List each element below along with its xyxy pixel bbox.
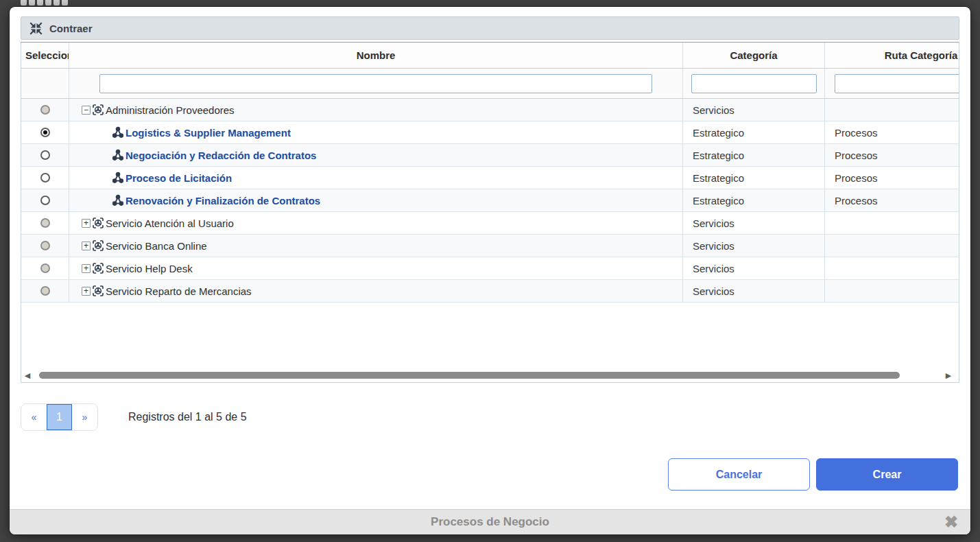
table-row: Negociación y Redacción de Contratos Est…: [21, 144, 959, 167]
radio-button[interactable]: [40, 128, 50, 137]
background-clipped-text: [21, 0, 68, 5]
procesos-negocio-modal: Contraer Seleccion Nombre Categoría Ruta…: [10, 7, 970, 534]
collapse-all-label: Contraer: [49, 23, 93, 34]
scroll-left-icon[interactable]: ◀: [21, 368, 34, 382]
node-label: Servicio Atención al Usuario: [106, 217, 234, 229]
table-row: + Servicio Reparto de Mercancias Servici…: [21, 280, 959, 303]
node-link[interactable]: Proceso de Licitación: [126, 172, 232, 184]
column-header-categoria: Categoría: [683, 43, 825, 68]
expand-node-icon[interactable]: +: [82, 287, 91, 296]
node-label: Administración Proveedores: [106, 104, 235, 116]
radio-button[interactable]: [40, 173, 50, 182]
table-row: + Servicio Banca Online Servicios: [21, 235, 959, 257]
categoria-value: Estrategico: [683, 144, 825, 166]
table-row: Renovación y Finalización de Contratos E…: [21, 189, 959, 212]
table-row: − Administración Proveedores Servicios: [21, 99, 959, 121]
ruta-categoria-value: Procesos: [825, 144, 959, 166]
modal-body: Contraer Seleccion Nombre Categoría Ruta…: [10, 7, 970, 509]
hierarchy-icon: [112, 149, 124, 161]
categoria-value: Servicios: [683, 99, 825, 121]
node-link[interactable]: Negociación y Redacción de Contratos: [126, 150, 316, 161]
ruta-categoria-value: [825, 235, 959, 257]
records-summary: Registros del 1 al 5 de 5: [128, 411, 247, 423]
expand-node-icon[interactable]: +: [82, 241, 91, 250]
next-page-button[interactable]: »: [72, 404, 97, 430]
categoria-value: Estrategico: [683, 121, 825, 143]
ruta-categoria-value: [825, 212, 959, 234]
radio-button[interactable]: [40, 263, 50, 273]
table-row: + Servicio Atención al Usuario Servicios: [21, 212, 959, 235]
radio-button[interactable]: [40, 105, 50, 115]
previous-page-button[interactable]: «: [21, 404, 47, 430]
ruta-categoria-value: Procesos: [825, 189, 959, 211]
table-row: Logistics & Supplier Management Estrateg…: [21, 121, 959, 144]
node-label: Servicio Help Desk: [106, 263, 193, 274]
table-header-row: Seleccion Nombre Categoría Ruta Categorí…: [21, 43, 959, 69]
process-icon: [92, 285, 104, 297]
table-row: + Servicio Help Desk Servicios: [21, 257, 959, 280]
expand-node-icon[interactable]: +: [82, 264, 91, 273]
node-link[interactable]: Renovación y Finalización de Contratos: [126, 195, 320, 207]
collapse-node-icon[interactable]: −: [82, 106, 91, 115]
ruta-categoria-value: [825, 99, 959, 121]
close-icon[interactable]: ✖: [944, 512, 958, 532]
categoria-value: Servicios: [683, 257, 825, 279]
process-icon: [92, 262, 104, 274]
nombre-filter-input[interactable]: [99, 74, 652, 93]
radio-button[interactable]: [40, 196, 50, 205]
node-label: Servicio Reparto de Mercancias: [106, 285, 252, 297]
hierarchy-icon: [112, 172, 124, 184]
scrollbar-thumb[interactable]: [39, 372, 900, 379]
table-row: Proceso de Licitación Estrategico Proces…: [21, 167, 959, 189]
ruta-categoria-value: Procesos: [825, 167, 959, 189]
expand-node-icon[interactable]: +: [82, 219, 91, 228]
radio-button[interactable]: [40, 241, 50, 250]
column-header-ruta-categoria: Ruta Categoría: [825, 43, 959, 68]
ruta-categoria-value: Procesos: [825, 121, 959, 143]
table-empty-area: [21, 303, 959, 366]
pagination-row: « 1 » Registros del 1 al 5 de 5: [21, 403, 959, 431]
compress-icon: [29, 22, 43, 35]
radio-button[interactable]: [40, 286, 50, 296]
create-button[interactable]: Crear: [816, 458, 958, 491]
categoria-filter-input[interactable]: [691, 74, 817, 93]
categoria-value: Servicios: [683, 280, 825, 302]
node-label: Servicio Banca Online: [106, 240, 207, 252]
scroll-right-icon[interactable]: ▶: [942, 368, 955, 382]
collapse-all-button[interactable]: Contraer: [21, 16, 959, 40]
table-filter-row: [21, 69, 959, 99]
modal-title: Procesos de Negocio: [431, 515, 549, 529]
ruta-categoria-filter-input[interactable]: [835, 74, 959, 93]
node-link[interactable]: Logistics & Supplier Management: [126, 127, 291, 139]
hierarchy-icon: [112, 194, 124, 207]
current-page-button[interactable]: 1: [47, 404, 72, 430]
process-icon: [92, 239, 104, 252]
dialog-actions: Cancelar Crear: [21, 458, 959, 491]
categoria-value: Estrategico: [683, 167, 825, 189]
radio-button[interactable]: [40, 150, 50, 160]
process-icon: [92, 104, 104, 116]
categoria-value: Estrategico: [683, 189, 825, 211]
column-header-seleccion: Seleccion: [21, 43, 69, 68]
categoria-value: Servicios: [683, 212, 825, 234]
categoria-value: Servicios: [683, 235, 825, 257]
modal-footer: Procesos de Negocio ✖: [10, 509, 970, 534]
pagination: « 1 »: [21, 403, 98, 431]
column-header-nombre: Nombre: [69, 43, 683, 68]
ruta-categoria-value: [825, 257, 959, 279]
horizontal-scrollbar[interactable]: ◀ ▶: [21, 368, 959, 382]
process-tree-table: Seleccion Nombre Categoría Ruta Categorí…: [21, 42, 959, 383]
cancel-button[interactable]: Cancelar: [668, 458, 810, 491]
hierarchy-icon: [112, 126, 124, 139]
radio-button[interactable]: [40, 218, 50, 228]
ruta-categoria-value: [825, 280, 959, 302]
process-icon: [92, 217, 104, 229]
